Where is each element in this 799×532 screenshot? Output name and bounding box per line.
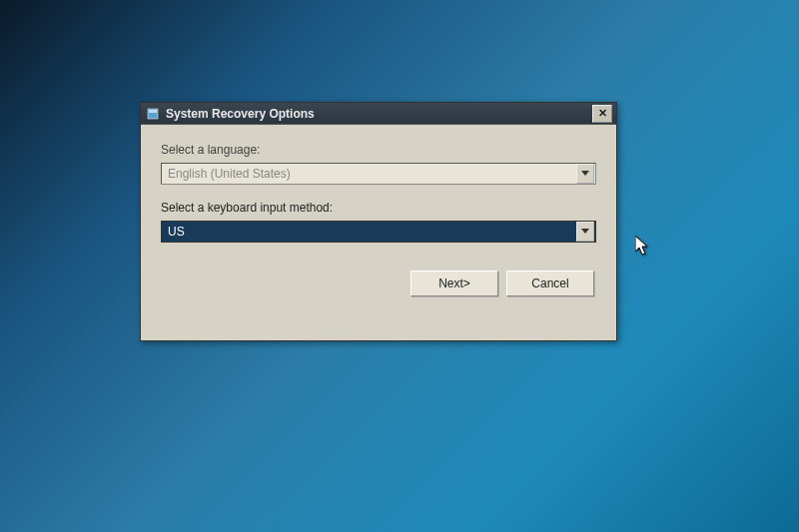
button-row: Next> Cancel — [161, 270, 596, 296]
close-icon: ✕ — [598, 107, 607, 120]
keyboard-label: Select a keyboard input method: — [161, 201, 596, 215]
app-icon — [145, 106, 161, 122]
next-button[interactable]: Next> — [410, 270, 498, 296]
cancel-button[interactable]: Cancel — [506, 270, 594, 296]
svg-marker-2 — [581, 171, 589, 176]
language-value: English (United States) — [162, 167, 575, 181]
close-button[interactable]: ✕ — [592, 105, 612, 123]
keyboard-dropdown[interactable]: US — [161, 221, 596, 243]
chevron-down-icon — [576, 164, 594, 184]
dialog-title: System Recovery Options — [166, 107, 592, 121]
language-label: Select a language: — [161, 143, 596, 157]
cursor-icon — [635, 236, 651, 261]
chevron-down-icon — [576, 222, 594, 242]
keyboard-value: US — [162, 225, 575, 239]
titlebar: System Recovery Options ✕ — [141, 103, 616, 125]
svg-rect-1 — [149, 110, 157, 113]
system-recovery-dialog: System Recovery Options ✕ Select a langu… — [140, 102, 617, 341]
svg-marker-4 — [635, 236, 647, 255]
svg-marker-3 — [581, 229, 589, 234]
dialog-body: Select a language: English (United State… — [141, 125, 616, 308]
language-dropdown[interactable]: English (United States) — [161, 163, 596, 185]
